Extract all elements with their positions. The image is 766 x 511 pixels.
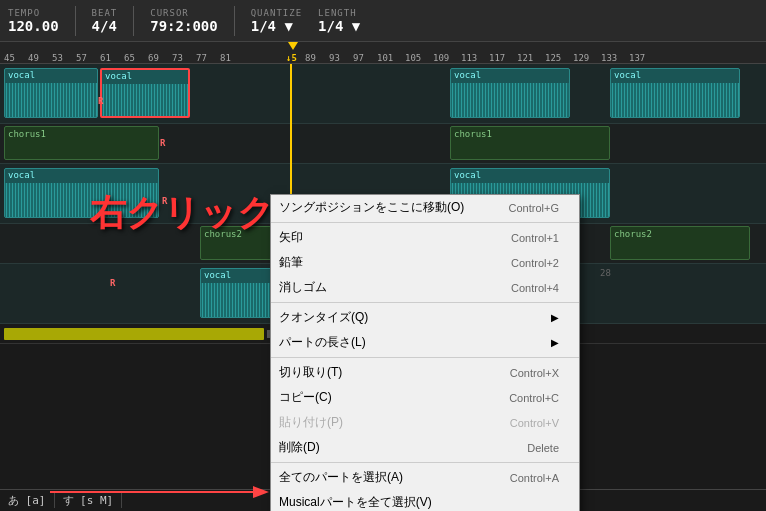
menu-item-song-position[interactable]: ソングポジションをここに移動(O) Control+G bbox=[271, 195, 579, 220]
chorus-block-1[interactable]: chorus1 bbox=[4, 126, 159, 160]
menu-label: 消しゴム bbox=[279, 279, 491, 296]
submenu-arrow: ▶ bbox=[551, 312, 559, 323]
chorus-label-1: chorus1 bbox=[5, 128, 49, 140]
menu-label: クオンタイズ(Q) bbox=[279, 309, 547, 326]
quantize-value[interactable]: 1/4 ▼ bbox=[251, 18, 293, 34]
status-item-1: あ [a] bbox=[0, 493, 55, 508]
context-menu[interactable]: ソングポジションをここに移動(O) Control+G 矢印 Control+1… bbox=[270, 194, 580, 511]
part-label-7: vocal bbox=[201, 269, 234, 281]
menu-separator-2 bbox=[271, 302, 579, 303]
length-label: LENGTH bbox=[318, 8, 357, 18]
ruler-tick: 81 bbox=[220, 53, 231, 63]
menu-label: パートの長さ(L) bbox=[279, 334, 547, 351]
menu-shortcut: Control+G bbox=[509, 202, 559, 214]
tempo-value: 120.00 bbox=[8, 18, 59, 34]
menu-shortcut: Control+X bbox=[510, 367, 559, 379]
menu-item-select-musical[interactable]: Musicalパートを全て選択(V) bbox=[271, 490, 579, 511]
ruler-tick: 121 bbox=[517, 53, 533, 63]
r-marker-4: R bbox=[110, 278, 115, 288]
separator3 bbox=[234, 6, 235, 36]
menu-label: Musicalパートを全て選択(V) bbox=[279, 494, 559, 511]
tempo-label: TEMPO bbox=[8, 8, 40, 18]
menu-label: 鉛筆 bbox=[279, 254, 491, 271]
menu-label: 切り取り(T) bbox=[279, 364, 490, 381]
ruler-tick: 89 bbox=[305, 53, 316, 63]
waveform-4 bbox=[611, 83, 739, 118]
menu-label: 削除(D) bbox=[279, 439, 507, 456]
cursor-label: CURSOR bbox=[150, 8, 189, 18]
waveform-3 bbox=[451, 83, 569, 118]
part-block-vocal-3[interactable]: vocal bbox=[450, 68, 570, 118]
ruler-tick: 65 bbox=[124, 53, 135, 63]
r-marker-2: R bbox=[160, 138, 165, 148]
menu-shortcut: Control+C bbox=[509, 392, 559, 404]
part-block-vocal-2-selected[interactable]: vocal bbox=[100, 68, 190, 118]
ruler-tick: 97 bbox=[353, 53, 364, 63]
chorus2-label-2: chorus2 bbox=[611, 228, 655, 240]
menu-label: 矢印 bbox=[279, 229, 491, 246]
ruler-tick: 93 bbox=[329, 53, 340, 63]
beat-number-28: 28 bbox=[600, 268, 611, 278]
cursor-value: 79:2:000 bbox=[150, 18, 217, 34]
ruler-tick: 69 bbox=[148, 53, 159, 63]
status-item-2: す [s M] bbox=[55, 493, 123, 508]
menu-separator-1 bbox=[271, 222, 579, 223]
ruler-tick: 49 bbox=[28, 53, 39, 63]
menu-item-paste[interactable]: 貼り付け(P) Control+V bbox=[271, 410, 579, 435]
timeline-ruler[interactable]: 45 49 53 57 61 65 69 73 77 81 ↓5 89 93 9… bbox=[0, 42, 766, 64]
beat-label: BEAT bbox=[92, 8, 118, 18]
ruler-tick: 137 bbox=[629, 53, 645, 63]
quantize-group: QUANTIZE 1/4 ▼ bbox=[251, 8, 302, 34]
menu-item-part-length[interactable]: パートの長さ(L) ▶ bbox=[271, 330, 579, 355]
part-label-3: vocal bbox=[451, 69, 484, 81]
part-label-5: vocal bbox=[5, 169, 38, 181]
menu-item-arrow[interactable]: 矢印 Control+1 bbox=[271, 225, 579, 250]
menu-label: 全てのパートを選択(A) bbox=[279, 469, 490, 486]
length-group: LENGTH 1/4 ▼ bbox=[318, 8, 360, 34]
part-label: vocal bbox=[5, 69, 38, 81]
ruler-tick: 113 bbox=[461, 53, 477, 63]
ruler-tick: 101 bbox=[377, 53, 393, 63]
menu-item-pencil[interactable]: 鉛筆 Control+2 bbox=[271, 250, 579, 275]
separator2 bbox=[133, 6, 134, 36]
menu-item-delete[interactable]: 削除(D) Delete bbox=[271, 435, 579, 460]
toolbar: TEMPO 120.00 BEAT 4/4 CURSOR 79:2:000 QU… bbox=[0, 0, 766, 42]
menu-item-eraser[interactable]: 消しゴム Control+4 bbox=[271, 275, 579, 300]
part-block-vocal-1[interactable]: vocal bbox=[4, 68, 98, 118]
menu-separator-4 bbox=[271, 462, 579, 463]
track-row-1: vocal vocal vocal vocal R bbox=[0, 64, 766, 124]
ruler-tick: 133 bbox=[601, 53, 617, 63]
ruler-tick: 109 bbox=[433, 53, 449, 63]
menu-item-select-all[interactable]: 全てのパートを選択(A) Control+A bbox=[271, 465, 579, 490]
track-area[interactable]: vocal vocal vocal vocal R chorus1 chorus… bbox=[0, 64, 766, 511]
menu-label: 貼り付け(P) bbox=[279, 414, 490, 431]
menu-label: コピー(C) bbox=[279, 389, 489, 406]
ruler-tick: 45 bbox=[4, 53, 15, 63]
ruler-tick: 129 bbox=[573, 53, 589, 63]
ruler-tick: 73 bbox=[172, 53, 183, 63]
chorus-label-2: chorus1 bbox=[451, 128, 495, 140]
ruler-tick: 61 bbox=[100, 53, 111, 63]
menu-shortcut: Control+V bbox=[510, 417, 559, 429]
ruler-tick: 77 bbox=[196, 53, 207, 63]
menu-shortcut: Delete bbox=[527, 442, 559, 454]
waveform-1 bbox=[5, 83, 97, 118]
track-row-chorus1a: chorus1 chorus1 R bbox=[0, 124, 766, 164]
chorus-block-2[interactable]: chorus1 bbox=[450, 126, 610, 160]
tempo-group: TEMPO 120.00 bbox=[8, 8, 59, 34]
beat-value: 4/4 bbox=[92, 18, 117, 34]
part-block-vocal-4[interactable]: vocal bbox=[610, 68, 740, 118]
ruler-tick: 117 bbox=[489, 53, 505, 63]
chorus2-block-2[interactable]: chorus2 bbox=[610, 226, 750, 260]
menu-separator-3 bbox=[271, 357, 579, 358]
playhead-triangle bbox=[288, 42, 298, 50]
r-marker-1: R bbox=[98, 96, 103, 106]
menu-item-cut[interactable]: 切り取り(T) Control+X bbox=[271, 360, 579, 385]
part-label-4: vocal bbox=[611, 69, 644, 81]
automation-bar bbox=[4, 328, 264, 340]
beat-group: BEAT 4/4 bbox=[92, 8, 118, 34]
menu-item-quantize[interactable]: クオンタイズ(Q) ▶ bbox=[271, 305, 579, 330]
length-value[interactable]: 1/4 ▼ bbox=[318, 18, 360, 34]
submenu-arrow: ▶ bbox=[551, 337, 559, 348]
menu-item-copy[interactable]: コピー(C) Control+C bbox=[271, 385, 579, 410]
